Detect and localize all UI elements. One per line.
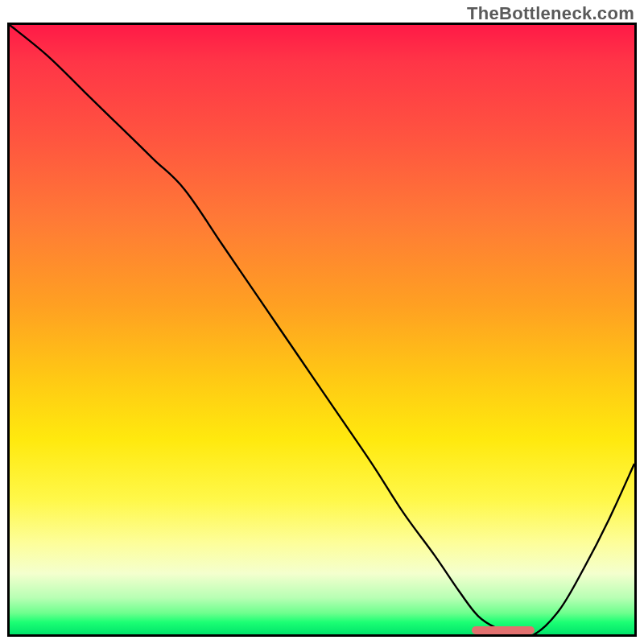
- watermark-text: TheBottleneck.com: [467, 3, 634, 24]
- chart-stage: TheBottleneck.com: [0, 0, 644, 644]
- bottleneck-curve-path: [10, 25, 634, 634]
- sweet-spot-marker: [472, 626, 535, 634]
- bottleneck-curve: [10, 25, 634, 634]
- plot-frame: [7, 23, 637, 637]
